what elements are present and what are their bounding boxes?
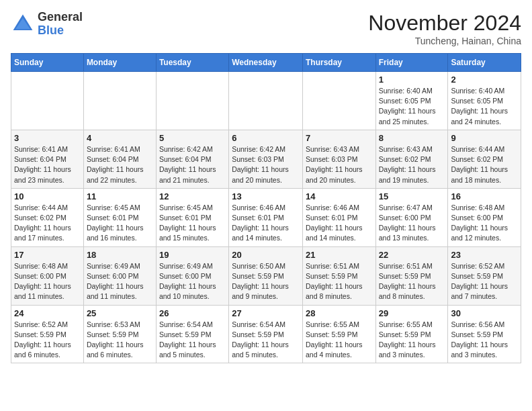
day-info: Sunrise: 6:47 AM Sunset: 6:00 PM Dayligh… <box>379 203 445 244</box>
day-info: Sunrise: 6:49 AM Sunset: 6:00 PM Dayligh… <box>87 261 153 302</box>
day-info: Sunrise: 6:49 AM Sunset: 6:00 PM Dayligh… <box>159 261 226 302</box>
calendar-cell: 26Sunrise: 6:54 AM Sunset: 5:59 PM Dayli… <box>156 305 228 363</box>
day-info: Sunrise: 6:45 AM Sunset: 6:01 PM Dayligh… <box>87 203 153 244</box>
day-number: 23 <box>451 250 518 260</box>
day-number: 28 <box>306 308 373 318</box>
day-number: 18 <box>87 250 153 260</box>
calendar-cell: 8Sunrise: 6:43 AM Sunset: 6:02 PM Daylig… <box>375 130 448 188</box>
day-number: 7 <box>306 133 373 143</box>
calendar-cell: 9Sunrise: 6:44 AM Sunset: 6:02 PM Daylig… <box>448 130 521 188</box>
day-number: 10 <box>14 191 81 201</box>
day-info: Sunrise: 6:41 AM Sunset: 6:04 PM Dayligh… <box>87 144 153 185</box>
calendar-cell: 19Sunrise: 6:49 AM Sunset: 6:00 PM Dayli… <box>156 246 228 305</box>
day-number: 25 <box>87 308 153 318</box>
calendar-cell: 17Sunrise: 6:48 AM Sunset: 6:00 PM Dayli… <box>11 246 84 305</box>
logo: General Blue <box>11 11 83 38</box>
day-number: 5 <box>159 133 226 143</box>
day-info: Sunrise: 6:55 AM Sunset: 5:59 PM Dayligh… <box>379 320 445 361</box>
calendar-cell: 20Sunrise: 6:50 AM Sunset: 5:59 PM Dayli… <box>229 246 303 305</box>
calendar-cell: 24Sunrise: 6:52 AM Sunset: 5:59 PM Dayli… <box>11 305 84 363</box>
day-number: 26 <box>159 308 226 318</box>
weekday-header: Monday <box>83 54 156 72</box>
day-number: 1 <box>379 75 445 85</box>
day-number: 24 <box>14 308 81 318</box>
day-number: 8 <box>379 133 445 143</box>
calendar-cell: 30Sunrise: 6:56 AM Sunset: 5:59 PM Dayli… <box>448 305 521 363</box>
day-number: 17 <box>14 250 81 260</box>
day-info: Sunrise: 6:50 AM Sunset: 5:59 PM Dayligh… <box>232 261 300 302</box>
location-subtitle: Tuncheng, Hainan, China <box>368 36 521 46</box>
weekday-header: Sunday <box>11 54 84 72</box>
day-info: Sunrise: 6:52 AM Sunset: 5:59 PM Dayligh… <box>451 261 518 302</box>
day-info: Sunrise: 6:48 AM Sunset: 6:00 PM Dayligh… <box>14 261 81 302</box>
calendar-cell <box>156 72 228 130</box>
calendar-cell: 27Sunrise: 6:54 AM Sunset: 5:59 PM Dayli… <box>229 305 303 363</box>
calendar-week-row: 1Sunrise: 6:40 AM Sunset: 6:05 PM Daylig… <box>11 72 521 130</box>
calendar-cell: 11Sunrise: 6:45 AM Sunset: 6:01 PM Dayli… <box>83 188 156 246</box>
day-number: 2 <box>451 75 518 85</box>
day-info: Sunrise: 6:40 AM Sunset: 6:05 PM Dayligh… <box>451 86 518 127</box>
day-info: Sunrise: 6:43 AM Sunset: 6:02 PM Dayligh… <box>379 144 445 185</box>
calendar-cell: 12Sunrise: 6:45 AM Sunset: 6:01 PM Dayli… <box>156 188 228 246</box>
calendar-week-row: 3Sunrise: 6:41 AM Sunset: 6:04 PM Daylig… <box>11 130 521 188</box>
weekday-header: Wednesday <box>229 54 303 72</box>
day-number: 3 <box>14 133 81 143</box>
calendar-cell: 28Sunrise: 6:55 AM Sunset: 5:59 PM Dayli… <box>302 305 375 363</box>
day-number: 21 <box>306 250 373 260</box>
day-number: 29 <box>379 308 445 318</box>
day-number: 22 <box>379 250 445 260</box>
weekday-header: Saturday <box>448 54 521 72</box>
weekday-header: Tuesday <box>156 54 228 72</box>
month-title: November 2024 <box>368 11 521 36</box>
day-number: 11 <box>87 191 153 201</box>
weekday-header: Friday <box>375 54 448 72</box>
weekday-header: Thursday <box>302 54 375 72</box>
day-number: 6 <box>232 133 300 143</box>
day-number: 13 <box>232 191 300 201</box>
calendar-cell: 16Sunrise: 6:48 AM Sunset: 6:00 PM Dayli… <box>448 188 521 246</box>
calendar-cell: 25Sunrise: 6:53 AM Sunset: 5:59 PM Dayli… <box>83 305 156 363</box>
calendar-cell: 13Sunrise: 6:46 AM Sunset: 6:01 PM Dayli… <box>229 188 303 246</box>
calendar-cell <box>83 72 156 130</box>
calendar-cell: 1Sunrise: 6:40 AM Sunset: 6:05 PM Daylig… <box>375 72 448 130</box>
calendar-cell <box>11 72 84 130</box>
day-info: Sunrise: 6:48 AM Sunset: 6:00 PM Dayligh… <box>451 203 518 244</box>
page-header: General Blue November 2024 Tuncheng, Hai… <box>11 11 521 46</box>
calendar-table: SundayMondayTuesdayWednesdayThursdayFrid… <box>11 53 521 363</box>
calendar-cell <box>229 72 303 130</box>
calendar-cell: 7Sunrise: 6:43 AM Sunset: 6:03 PM Daylig… <box>302 130 375 188</box>
day-info: Sunrise: 6:43 AM Sunset: 6:03 PM Dayligh… <box>306 144 373 185</box>
calendar-cell: 29Sunrise: 6:55 AM Sunset: 5:59 PM Dayli… <box>375 305 448 363</box>
day-number: 15 <box>379 191 445 201</box>
calendar-cell: 10Sunrise: 6:44 AM Sunset: 6:02 PM Dayli… <box>11 188 84 246</box>
day-number: 16 <box>451 191 518 201</box>
day-info: Sunrise: 6:51 AM Sunset: 5:59 PM Dayligh… <box>306 261 373 302</box>
calendar-week-row: 17Sunrise: 6:48 AM Sunset: 6:00 PM Dayli… <box>11 246 521 305</box>
calendar-cell: 22Sunrise: 6:51 AM Sunset: 5:59 PM Dayli… <box>375 246 448 305</box>
day-info: Sunrise: 6:54 AM Sunset: 5:59 PM Dayligh… <box>159 320 226 361</box>
calendar-cell: 3Sunrise: 6:41 AM Sunset: 6:04 PM Daylig… <box>11 130 84 188</box>
day-number: 12 <box>159 191 226 201</box>
calendar-cell: 14Sunrise: 6:46 AM Sunset: 6:01 PM Dayli… <box>302 188 375 246</box>
logo-text: General Blue <box>38 11 83 38</box>
day-number: 9 <box>451 133 518 143</box>
title-block: November 2024 Tuncheng, Hainan, China <box>368 11 521 46</box>
calendar-cell: 21Sunrise: 6:51 AM Sunset: 5:59 PM Dayli… <box>302 246 375 305</box>
logo-icon <box>11 12 35 36</box>
day-info: Sunrise: 6:53 AM Sunset: 5:59 PM Dayligh… <box>87 320 153 361</box>
calendar-cell: 4Sunrise: 6:41 AM Sunset: 6:04 PM Daylig… <box>83 130 156 188</box>
day-number: 30 <box>451 308 518 318</box>
day-info: Sunrise: 6:54 AM Sunset: 5:59 PM Dayligh… <box>232 320 300 361</box>
calendar-cell: 2Sunrise: 6:40 AM Sunset: 6:05 PM Daylig… <box>448 72 521 130</box>
day-number: 4 <box>87 133 153 143</box>
day-info: Sunrise: 6:40 AM Sunset: 6:05 PM Dayligh… <box>379 86 445 127</box>
calendar-cell: 15Sunrise: 6:47 AM Sunset: 6:00 PM Dayli… <box>375 188 448 246</box>
day-info: Sunrise: 6:46 AM Sunset: 6:01 PM Dayligh… <box>232 203 300 244</box>
day-number: 19 <box>159 250 226 260</box>
calendar-cell: 23Sunrise: 6:52 AM Sunset: 5:59 PM Dayli… <box>448 246 521 305</box>
calendar-cell <box>302 72 375 130</box>
day-info: Sunrise: 6:51 AM Sunset: 5:59 PM Dayligh… <box>379 261 445 302</box>
day-info: Sunrise: 6:42 AM Sunset: 6:03 PM Dayligh… <box>232 144 300 185</box>
day-number: 27 <box>232 308 300 318</box>
calendar-week-row: 10Sunrise: 6:44 AM Sunset: 6:02 PM Dayli… <box>11 188 521 246</box>
